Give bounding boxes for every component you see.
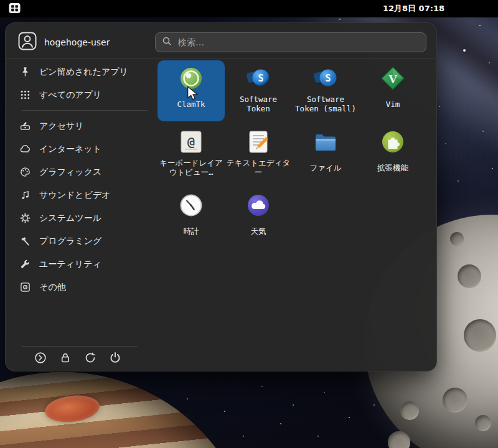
svg-text:S: S — [325, 73, 331, 84]
app-label: Software Token (small) — [293, 95, 358, 114]
top-panel: 12月8日 07:18 — [0, 0, 498, 17]
software-token-icon: S — [313, 66, 338, 91]
app-tile-clamtk[interactable]: ClamTk — [157, 60, 225, 121]
music-note-icon — [19, 190, 31, 201]
sidebar: ピン留めされたアプリ すべてのアプリ アクセサリ インターネット グラフィックス — [13, 60, 156, 299]
sidebar-item-programming[interactable]: プログラミング — [13, 230, 156, 253]
app-tile-software-token-small[interactable]: S Software Token (small) — [292, 60, 359, 121]
sidebar-item-all-apps[interactable]: すべてのアプリ — [13, 83, 156, 106]
desktop: 12月8日 07:18 hogehoge-user ピン留めされたアプリ — [0, 0, 498, 448]
lock-icon — [59, 352, 72, 366]
moon-crater — [458, 264, 481, 288]
palette-icon — [19, 167, 31, 178]
clamtk-icon — [179, 66, 204, 91]
session-separator — [22, 346, 138, 347]
search-icon — [162, 36, 172, 49]
sidebar-item-label: インターネット — [39, 144, 101, 155]
wrench-icon — [19, 259, 31, 270]
sidebar-item-graphics[interactable]: グラフィックス — [13, 161, 156, 184]
app-label: テキストエディター — [226, 158, 291, 178]
files-folder-icon — [313, 129, 338, 154]
svg-text:S: S — [258, 73, 263, 84]
app-tile-clock[interactable]: 時計 — [157, 187, 225, 248]
app-label: 天気 — [226, 222, 291, 241]
app-label: ファイル — [293, 158, 358, 178]
sidebar-item-label: その他 — [39, 282, 66, 293]
app-label: Software Token — [226, 95, 291, 114]
app-tile-software-token[interactable]: S Software Token — [225, 60, 292, 121]
weather-icon — [246, 193, 271, 218]
svg-text:@: @ — [187, 134, 195, 149]
logout-button[interactable] — [31, 348, 50, 368]
moon-crater — [475, 415, 491, 431]
search-box[interactable] — [155, 32, 426, 52]
app-tile-text-editor[interactable]: テキストエディター — [225, 124, 292, 185]
svg-text:V: V — [388, 73, 397, 85]
sidebar-item-label: ピン留めされたアプリ — [39, 67, 128, 78]
app-tile-vim[interactable]: V Vim — [359, 60, 426, 121]
gear-icon — [19, 213, 31, 224]
sidebar-item-sound-video[interactable]: サウンドとビデオ — [13, 184, 156, 207]
applications-menu-button[interactable] — [4, 2, 24, 16]
sidebar-item-label: サウンドとビデオ — [39, 190, 111, 201]
pin-icon — [19, 67, 31, 78]
app-label: Vim — [360, 95, 425, 114]
sidebar-item-pinned-apps[interactable]: ピン留めされたアプリ — [13, 60, 156, 83]
sidebar-item-accessories[interactable]: アクセサリ — [13, 114, 156, 138]
accessories-knife-icon — [19, 121, 31, 132]
search-input[interactable] — [177, 37, 420, 48]
session-buttons — [31, 348, 125, 368]
restart-button[interactable] — [80, 348, 100, 368]
app-grid: ClamTk S Software Token S Software Token… — [157, 60, 429, 248]
moon-crater — [388, 431, 410, 448]
sidebar-item-label: ユーティリティ — [39, 259, 101, 270]
app-tile-files[interactable]: ファイル — [292, 124, 359, 185]
sidebar-item-other[interactable]: その他 — [13, 276, 156, 299]
power-icon — [109, 352, 121, 366]
avatar — [18, 32, 37, 53]
sidebar-item-label: プログラミング — [39, 236, 101, 247]
app-label: 時計 — [159, 222, 223, 241]
gear-box-icon — [19, 282, 31, 293]
app-tile-weather[interactable]: 天気 — [225, 187, 292, 248]
software-token-icon: S — [246, 66, 271, 91]
text-editor-icon — [246, 129, 271, 154]
moon-crater — [450, 232, 464, 246]
clock-icon — [179, 193, 204, 218]
app-menu-panel: hogehoge-user ピン留めされたアプリ すべてのアプリ — [5, 22, 437, 371]
sidebar-item-utilities[interactable]: ユーティリティ — [13, 253, 156, 276]
user-name: hogehoge-user — [44, 37, 110, 47]
sidebar-item-label: システムツール — [39, 213, 101, 224]
restart-icon — [84, 352, 96, 366]
header-divider — [6, 58, 436, 58]
app-tile-extensions[interactable]: 拡張機能 — [359, 124, 426, 185]
sidebar-separator — [22, 110, 148, 111]
sidebar-item-system-tools[interactable]: システムツール — [13, 207, 156, 230]
sidebar-item-label: すべてのアプリ — [39, 90, 101, 101]
app-label: キーボードレイアウトビュー… — [159, 158, 223, 178]
menu-header: hogehoge-user — [18, 30, 426, 54]
app-grid-icon — [19, 90, 31, 101]
user-account-button[interactable]: hogehoge-user — [18, 32, 110, 53]
sidebar-item-label: グラフィックス — [39, 167, 101, 178]
power-button[interactable] — [105, 348, 125, 368]
moon-crater — [464, 319, 496, 352]
extensions-puzzle-icon — [380, 129, 405, 154]
hammer-icon — [19, 236, 31, 247]
lock-button[interactable] — [55, 348, 75, 368]
app-label: 拡張機能 — [360, 158, 425, 178]
app-tile-keyboard-layout-viewer[interactable]: @ キーボードレイアウトビュー… — [157, 124, 225, 185]
panel-clock[interactable]: 12月8日 07:18 — [383, 0, 444, 17]
sidebar-item-internet[interactable]: インターネット — [13, 138, 156, 161]
cloud-icon — [19, 144, 31, 155]
keyboard-layout-icon: @ — [179, 129, 204, 154]
vim-icon: V — [380, 66, 405, 91]
moon-crater — [400, 401, 419, 420]
app-grid-icon — [8, 2, 21, 16]
logout-icon — [34, 352, 47, 366]
moon-crater — [443, 388, 467, 413]
app-label: ClamTk — [159, 95, 223, 114]
sidebar-item-label: アクセサリ — [39, 121, 84, 132]
